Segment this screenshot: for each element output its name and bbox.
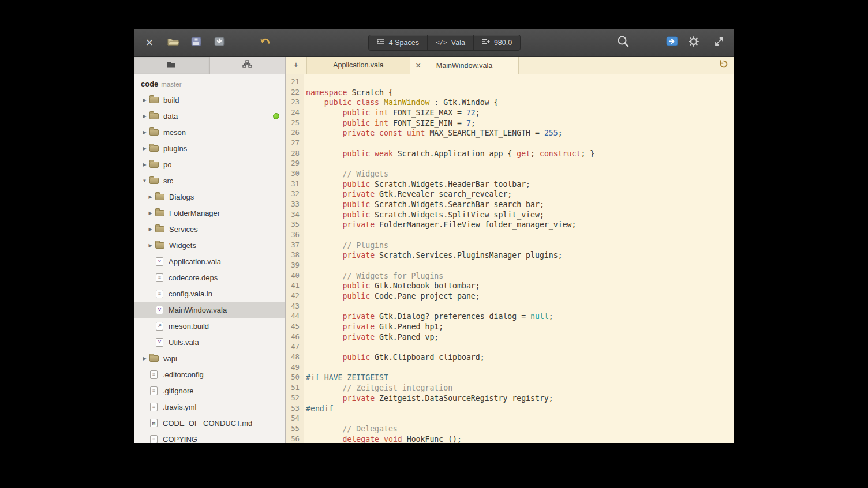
save-button[interactable] [210,33,229,52]
tree-file-mainwindow.vala[interactable]: VMainWindow.vala [134,302,285,318]
code-line-33[interactable]: 33 public Scratch.Widgets.SearchBar sear… [286,200,734,210]
tree-folder-widgets[interactable]: ▶Widgets [134,237,285,253]
code-line-23[interactable]: 23 public class MainWindow : Gtk.Window … [286,97,734,108]
code-lines[interactable]: 2122namespace Scratch {23 public class M… [286,74,734,443]
goto-line-button[interactable]: 980.0 [474,35,520,50]
window-close-button[interactable]: × [140,33,158,52]
code-line-50[interactable]: 50#if HAVE_ZEITGEIST [286,373,734,383]
open-file-button[interactable] [164,33,182,52]
folder-icon [149,97,159,103]
search-button[interactable] [614,33,633,52]
expander-collapsed-icon[interactable]: ▶ [140,97,149,103]
undo-button[interactable] [256,33,275,52]
code-line-37[interactable]: 37 // Plugins [286,241,734,251]
expander-collapsed-icon[interactable]: ▶ [140,162,149,167]
code-line-47[interactable]: 47 [286,342,734,352]
code-text: private Gtk.Paned hp1; [304,322,443,332]
tree-folder-src[interactable]: ▼src [134,172,285,189]
tree-file-.editorconfig[interactable]: ≡.editorconfig [134,366,285,382]
save-as-button[interactable] [187,33,205,52]
code-line-45[interactable]: 45 private Gtk.Paned hp1; [286,322,734,332]
code-line-22[interactable]: 22namespace Scratch { [286,88,734,98]
expander-collapsed-icon[interactable]: ▶ [140,146,149,151]
tree-file-code_of_conduct.md[interactable]: MCODE_OF_CONDUCT.md [134,415,285,431]
code-line-53[interactable]: 53#endif [286,404,734,414]
tab-close-icon[interactable]: × [416,61,421,70]
expander-collapsed-icon[interactable]: ▶ [145,243,155,248]
expander-collapsed-icon[interactable]: ▶ [140,114,149,119]
code-line-39[interactable]: 39 [286,261,734,271]
settings-button[interactable] [684,33,703,52]
code-line-29[interactable]: 29 [286,159,734,169]
tree-folder-data[interactable]: ▶data [134,108,285,124]
tree-folder-vapi[interactable]: ▶vapi [134,350,285,366]
code-line-26[interactable]: 26 private const uint MAX_SEARCH_TEXT_LE… [286,128,734,138]
line-number: 30 [286,169,304,179]
tree-file-config.vala.in[interactable]: ≡config.vala.in [134,286,285,302]
code-line-38[interactable]: 38 private Scratch.Services.PluginsManag… [286,250,734,261]
code-line-46[interactable]: 46 private Gtk.Paned vp; [286,332,734,343]
code-line-42[interactable]: 42 public Code.Pane project_pane; [286,291,734,302]
expander-collapsed-icon[interactable]: ▶ [145,194,155,200]
code-line-28[interactable]: 28 public weak Scratch.Application app {… [286,149,734,159]
code-line-40[interactable]: 40 // Widgets for Plugins [286,271,734,281]
code-line-30[interactable]: 30 // Widgets [286,169,734,179]
code-line-36[interactable]: 36 [286,230,734,241]
tree-file-utils.vala[interactable]: VUtils.vala [134,334,285,350]
code-line-27[interactable]: 27 [286,138,734,149]
sidebar-tab-outline[interactable] [209,57,286,74]
code-line-35[interactable]: 35 private FolderManager.FileView folder… [286,220,734,230]
tree-file-meson.build[interactable]: ↗meson.build [134,318,285,334]
code-line-49[interactable]: 49 [286,363,734,373]
code-line-54[interactable]: 54 [286,414,734,424]
code-line-31[interactable]: 31 public Scratch.Widgets.HeaderBar tool… [286,179,734,190]
code-line-55[interactable]: 55 // Delegates [286,424,734,434]
expander-collapsed-icon[interactable]: ▶ [140,356,149,361]
expander-collapsed-icon[interactable]: ▶ [145,211,155,216]
tree-file-application.vala[interactable]: VApplication.vala [134,253,285,269]
tree-folder-services[interactable]: ▶Services [134,221,285,237]
expander-collapsed-icon[interactable]: ▶ [140,130,149,135]
code-line-56[interactable]: 56 delegate void HookFunc (); [286,434,734,443]
code-text: private FolderManager.FileView folder_ma… [304,220,576,230]
tree-folder-po[interactable]: ▶po [134,156,285,172]
tree-file-copying[interactable]: ≡COPYING [134,431,285,443]
code-text: public class MainWindow : Gtk.Window { [304,97,498,108]
tree-folder-build[interactable]: ▶build [134,92,285,108]
code-line-34[interactable]: 34 public Scratch.Widgets.SplitView spli… [286,210,734,220]
code-line-25[interactable]: 25 public int FONT_SIZE_MIN = 7; [286,118,734,129]
code-line-48[interactable]: 48 public Gtk.Clipboard clipboard; [286,352,734,363]
modified-badge [273,113,279,119]
sidebar-tab-files[interactable] [134,57,209,74]
code-line-43[interactable]: 43 [286,302,734,312]
line-number: 48 [286,352,304,363]
tree-folder-dialogs[interactable]: ▶Dialogs [134,189,285,205]
tree-folder-plugins[interactable]: ▶plugins [134,140,285,156]
share-button[interactable] [663,33,681,52]
tree-folder-meson[interactable]: ▶meson [134,124,285,140]
tab-mainwindow-vala[interactable]: × MainWindow.vala [410,57,519,74]
code-line-51[interactable]: 51 // Zeitgeist integration [286,383,734,393]
tree-folder-foldermanager[interactable]: ▶FolderManager [134,205,285,221]
code-line-44[interactable]: 44 private Gtk.Dialog? preferences_dialo… [286,311,734,322]
new-tab-button[interactable]: + [286,57,306,74]
code-line-52[interactable]: 52 private Zeitgeist.DataSourceRegistry … [286,393,734,404]
save-download-icon [214,37,225,48]
tree-item-label: Widgets [169,241,196,250]
tree-file-.gitignore[interactable]: ≡.gitignore [134,382,285,399]
tree-file-.travis.yml[interactable]: ≡.travis.yml [134,399,285,415]
expander-collapsed-icon[interactable]: ▶ [145,227,155,232]
tree-file-codecore.deps[interactable]: ≡codecore.deps [134,269,285,286]
project-header[interactable]: code master [134,76,285,92]
code-line-32[interactable]: 32 private Gtk.Revealer search_revealer; [286,189,734,200]
language-button[interactable]: </> Vala [428,35,474,50]
line-number: 28 [286,149,304,159]
history-button[interactable] [713,57,734,74]
expander-expanded-icon[interactable]: ▼ [140,178,149,183]
indentation-button[interactable]: 4 Spaces [369,35,428,50]
code-line-24[interactable]: 24 public int FONT_SIZE_MAX = 72; [286,108,734,118]
tab-application-vala[interactable]: Application.vala [306,57,410,74]
code-line-41[interactable]: 41 public Gtk.Notebook bottombar; [286,281,734,291]
fullscreen-button[interactable] [710,33,728,52]
code-line-21[interactable]: 21 [286,77,734,88]
